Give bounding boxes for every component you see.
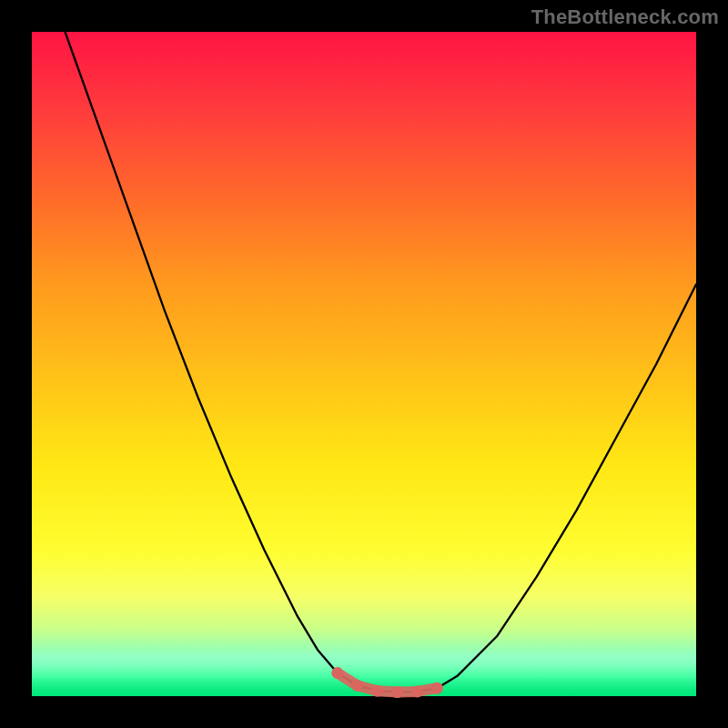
svg-point-2 [371,685,383,697]
curve-line [66,32,697,693]
svg-point-4 [411,685,423,697]
plot-area [32,32,696,696]
curve-svg [32,32,696,696]
chart-frame: TheBottleneck.com [0,0,728,728]
threshold-band [331,667,443,698]
svg-point-0 [331,667,343,679]
svg-point-3 [391,686,403,698]
svg-point-5 [431,682,443,694]
svg-point-1 [351,680,363,692]
watermark-text: TheBottleneck.com [531,5,719,29]
